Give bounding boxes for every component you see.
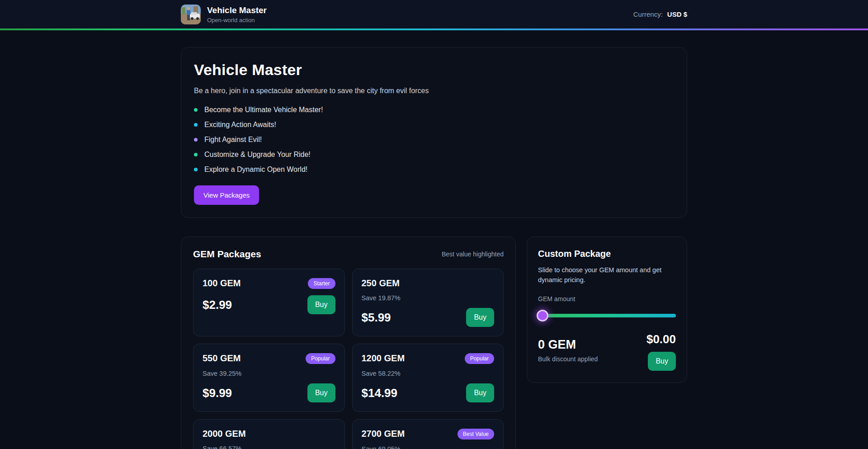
package-buy-button[interactable]: Buy <box>466 383 494 402</box>
app-header: Vehicle Master Open-world action Currenc… <box>0 0 868 28</box>
gem-packages-panel: GEM Packages Best value highlighted 100 … <box>181 236 516 449</box>
custom-result-row: 0 GEM Bulk discount applied $0.00 Buy <box>538 332 676 371</box>
hero-title: Vehicle Master <box>194 61 674 79</box>
package-badge: Starter <box>308 278 335 289</box>
package-price-row: $14.99 Buy <box>362 383 495 402</box>
package-save: Save 69.05% <box>362 445 495 449</box>
package-price: $14.99 <box>362 386 398 400</box>
bulk-discount-note: Bulk discount applied <box>538 355 598 363</box>
bullet-dot-icon <box>194 168 198 171</box>
app-logo-icon <box>181 5 201 24</box>
custom-package-title: Custom Package <box>538 249 676 259</box>
package-buy-button[interactable]: Buy <box>307 295 335 314</box>
feature-text: Exciting Action Awaits! <box>204 121 276 129</box>
package-card-header: 1200 GEM Popular <box>362 353 495 364</box>
package-card: 2000 GEM Save 66.57% $19.99 Buy <box>193 419 345 449</box>
feature-item: Become the Ultimate Vehicle Master! <box>194 106 674 114</box>
bullet-dot-icon <box>194 138 198 142</box>
package-card: 250 GEM Save 19.87% $5.99 Buy <box>352 269 504 336</box>
package-card: 1200 GEM Popular Save 58.22% $14.99 Buy <box>352 344 504 412</box>
custom-gem-amount: 0 GEM <box>538 338 598 352</box>
feature-item: Exciting Action Awaits! <box>194 121 674 129</box>
custom-buy-button[interactable]: Buy <box>648 352 676 371</box>
bullet-dot-icon <box>194 123 198 127</box>
view-packages-button[interactable]: View Packages <box>194 185 259 205</box>
brand: Vehicle Master Open-world action <box>181 5 267 24</box>
gem-packages-title: GEM Packages <box>193 249 261 260</box>
package-name: 2000 GEM <box>203 429 246 439</box>
package-price-row: $2.99 Buy <box>203 295 335 314</box>
currency-value: USD $ <box>667 10 687 18</box>
bullet-dot-icon <box>194 108 198 112</box>
package-name: 2700 GEM <box>362 429 405 439</box>
package-name: 250 GEM <box>362 278 400 288</box>
package-save: Save 19.87% <box>362 294 495 302</box>
app-title: Vehicle Master <box>207 5 267 16</box>
page-content: Vehicle Master Be a hero, join in a spec… <box>181 30 687 449</box>
gem-amount-label: GEM amount <box>538 295 676 302</box>
package-buy-button[interactable]: Buy <box>307 383 335 402</box>
package-price: $9.99 <box>203 386 232 400</box>
feature-text: Fight Against Evil! <box>204 136 262 144</box>
sections-row: GEM Packages Best value highlighted 100 … <box>181 236 687 449</box>
feature-item: Fight Against Evil! <box>194 136 674 144</box>
package-price-row: $5.99 Buy <box>362 308 495 327</box>
package-save: Save 58.22% <box>362 370 495 377</box>
package-price-row: $9.99 Buy <box>203 383 335 402</box>
package-card-header: 2000 GEM <box>203 429 335 439</box>
package-card-header: 100 GEM Starter <box>203 278 335 289</box>
hero-card: Vehicle Master Be a hero, join in a spec… <box>181 47 687 218</box>
package-save: Save 39.25% <box>203 370 335 377</box>
custom-price: $0.00 <box>646 332 676 346</box>
brand-text: Vehicle Master Open-world action <box>207 5 267 24</box>
package-badge: Popular <box>306 353 335 364</box>
package-card-header: 550 GEM Popular <box>203 353 335 364</box>
package-badge: Popular <box>465 353 494 364</box>
feature-text: Explore a Dynamic Open World! <box>204 165 307 174</box>
feature-item: Customize & Upgrade Your Ride! <box>194 151 674 159</box>
package-save: Save 66.57% <box>203 445 335 449</box>
custom-package-panel: Custom Package Slide to choose your GEM … <box>527 236 687 383</box>
slider-track <box>538 314 676 317</box>
package-card: 2700 GEM Best Value Save 69.05% $24.99 B… <box>352 419 504 449</box>
package-card: 100 GEM Starter $2.99 Buy <box>193 269 345 336</box>
hero-description: Be a hero, join in a spectacular adventu… <box>194 87 674 95</box>
feature-text: Customize & Upgrade Your Ride! <box>204 151 311 159</box>
package-name: 550 GEM <box>203 353 241 364</box>
gem-amount-slider[interactable] <box>538 310 676 321</box>
package-name: 1200 GEM <box>362 353 405 364</box>
feature-item: Explore a Dynamic Open World! <box>194 165 674 174</box>
best-value-note: Best value highlighted <box>442 250 504 258</box>
package-name: 100 GEM <box>203 278 241 288</box>
package-card-header: 250 GEM <box>362 278 495 288</box>
custom-amount-block: 0 GEM Bulk discount applied <box>538 338 598 371</box>
slider-thumb[interactable] <box>537 310 548 321</box>
package-price: $2.99 <box>203 298 232 312</box>
currency-label: Currency: <box>633 10 663 18</box>
package-card-header: 2700 GEM Best Value <box>362 429 495 440</box>
custom-package-description: Slide to choose your GEM amount and get … <box>538 265 676 285</box>
custom-price-block: $0.00 Buy <box>646 332 676 371</box>
package-price: $5.99 <box>362 311 391 325</box>
package-badge: Best Value <box>458 429 494 440</box>
package-card: 550 GEM Popular Save 39.25% $9.99 Buy <box>193 344 345 412</box>
bullet-dot-icon <box>194 153 198 156</box>
currency-selector[interactable]: Currency: USD $ <box>633 10 687 18</box>
app-subtitle: Open-world action <box>207 17 267 24</box>
feature-text: Become the Ultimate Vehicle Master! <box>204 106 323 114</box>
feature-list: Become the Ultimate Vehicle Master! Exci… <box>194 106 674 174</box>
package-grid: 100 GEM Starter $2.99 Buy 250 GEM Save 1… <box>193 269 504 449</box>
package-buy-button[interactable]: Buy <box>466 308 494 327</box>
gem-packages-header: GEM Packages Best value highlighted <box>193 249 504 260</box>
